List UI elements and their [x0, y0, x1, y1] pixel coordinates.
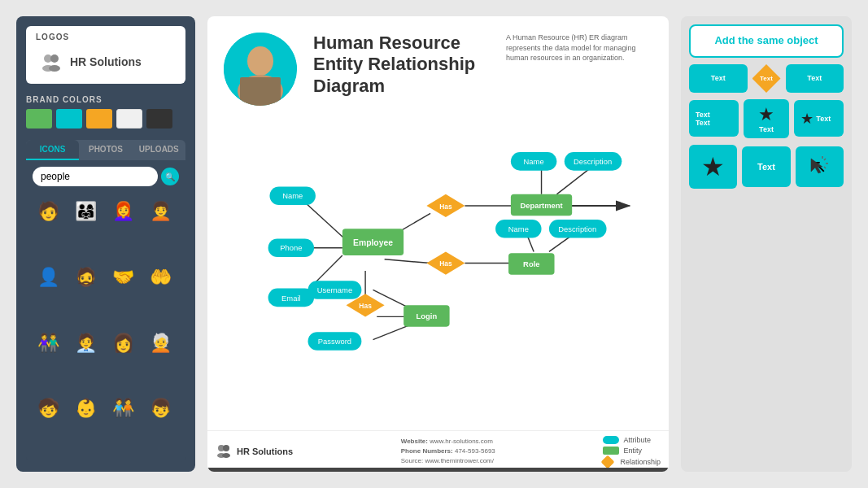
- icons-grid: 🧑 👨‍👩‍👧 👩‍🦰 🧑‍🦱 👤 🧔 🤝 🤲 👫 🧑‍💼 👩 🧑‍🦳 🧒 👶 …: [26, 193, 185, 462]
- svg-text:Department: Department: [520, 201, 563, 210]
- left-panel: LOGOS HR Solutions BRAND COLORS: [16, 16, 195, 472]
- diagram-footer: HR Solutions Website: www.hr-solutions.c…: [207, 430, 669, 472]
- svg-text:Name: Name: [524, 157, 544, 166]
- obj-diamond-label-1: Text: [760, 75, 773, 82]
- list-item[interactable]: 👫: [33, 328, 63, 359]
- search-button[interactable]: 🔍: [161, 168, 179, 185]
- phone-label: Phone Numbers:: [401, 447, 453, 455]
- obj-double-text-bottom: Text: [696, 119, 710, 127]
- swatch-white[interactable]: [116, 109, 142, 129]
- legend-attribute-label: Attribute: [623, 436, 651, 444]
- svg-text:Has: Has: [359, 302, 372, 310]
- svg-point-58: [223, 445, 229, 451]
- brand-colors-section: BRAND COLORS: [26, 92, 185, 132]
- footer-logo: HR Solutions: [216, 442, 293, 461]
- obj-cursor[interactable]: ↖: [796, 146, 844, 187]
- list-item[interactable]: 🧑‍💼: [70, 328, 101, 359]
- svg-text:Username: Username: [317, 285, 352, 294]
- tab-photos[interactable]: PHOTOS: [79, 140, 132, 160]
- footer-contact: Website: www.hr-solutions.com Phone Numb…: [401, 437, 495, 466]
- list-item[interactable]: 👩‍🦰: [107, 196, 138, 227]
- list-item[interactable]: 👤: [33, 262, 63, 293]
- obj-diamond-1[interactable]: Text: [752, 64, 781, 93]
- list-item[interactable]: 👶: [70, 393, 101, 424]
- website-value: www.hr-solutions.com: [430, 438, 493, 445]
- obj-star-teal[interactable]: ★ Text: [744, 99, 790, 138]
- svg-line-62: [824, 159, 826, 160]
- search-input[interactable]: [41, 171, 150, 182]
- obj-text-label-1: Text: [711, 74, 726, 82]
- search-row: 🔍: [26, 160, 185, 193]
- objects-row-3: ★ Text ↖: [689, 145, 844, 189]
- swatch-green[interactable]: [26, 109, 52, 129]
- svg-line-14: [556, 168, 591, 194]
- logos-section: LOGOS HR Solutions: [26, 26, 185, 84]
- list-item[interactable]: 👦: [145, 393, 176, 424]
- bottom-bar: [207, 468, 669, 472]
- legend-entity-label: Entity: [623, 447, 642, 455]
- list-item[interactable]: 🧒: [33, 393, 63, 424]
- legend-relationship-box: [601, 455, 615, 469]
- list-item[interactable]: 🧔: [70, 262, 101, 293]
- diagram-description: A Human Resource (HR) ER diagram represe…: [506, 33, 652, 63]
- legend-attribute-box: [603, 436, 619, 444]
- hr-logo-icon: [39, 50, 63, 74]
- svg-text:Name: Name: [508, 224, 529, 233]
- legend-relationship-label: Relationship: [620, 458, 661, 466]
- svg-line-23: [373, 325, 412, 340]
- header-photo: [224, 33, 297, 106]
- obj-text-1[interactable]: Text: [689, 64, 748, 93]
- list-item[interactable]: 🧑‍🦳: [145, 328, 176, 359]
- er-diagram: Employee Login Department Role Has: [224, 114, 652, 374]
- brand-colors-label: BRAND COLORS: [26, 95, 185, 104]
- list-item[interactable]: 🧑‍🦱: [145, 196, 176, 227]
- swatch-orange[interactable]: [86, 109, 112, 129]
- obj-double-text-top: Text: [696, 111, 710, 119]
- list-item[interactable]: 🤝: [107, 262, 138, 293]
- star-icon-large: ★: [758, 104, 774, 125]
- list-item[interactable]: 🧑: [33, 196, 63, 227]
- right-panel: Add the same object Text Text Text Text …: [681, 16, 852, 472]
- diagram-area: Human Resource Entity Relationship Diagr…: [207, 16, 669, 472]
- footer-company-name: HR Solutions: [237, 447, 293, 456]
- svg-point-60: [222, 453, 230, 458]
- obj-double-text[interactable]: Text Text: [689, 100, 739, 137]
- obj-star-text-label: Text: [816, 115, 831, 123]
- svg-text:Has: Has: [439, 259, 452, 268]
- icons-panel: ICONS PHOTOS UPLOADS 🔍 🧑 👨‍👩‍👧 👩‍🦰 🧑‍🦱 👤…: [26, 140, 185, 462]
- svg-text:Description: Description: [558, 224, 596, 233]
- svg-point-5: [247, 46, 273, 76]
- diagram-title: Human Resource Entity Relationship Diagr…: [313, 33, 490, 97]
- svg-rect-7: [240, 77, 281, 106]
- svg-text:Role: Role: [523, 259, 539, 268]
- obj-text-center[interactable]: Text: [742, 146, 790, 187]
- logo-row: HR Solutions: [36, 46, 176, 77]
- header-title-block: Human Resource Entity Relationship Diagr…: [313, 33, 490, 100]
- tab-uploads[interactable]: UPLOADS: [133, 140, 185, 160]
- list-item[interactable]: 👩: [107, 328, 138, 359]
- list-item[interactable]: 🤲: [145, 262, 176, 293]
- add-same-object-button[interactable]: Add the same object: [689, 24, 844, 58]
- website-label: Website:: [401, 438, 428, 445]
- tab-icons[interactable]: ICONS: [26, 140, 79, 160]
- legend-entity-box: [603, 447, 619, 455]
- obj-star-text[interactable]: ★ Text: [794, 100, 844, 137]
- legend-relationship: Relationship: [603, 457, 661, 467]
- swatch-teal[interactable]: [56, 109, 82, 129]
- diagram-header: Human Resource Entity Relationship Diagr…: [224, 33, 652, 106]
- list-item[interactable]: 🧑‍🤝‍🧑: [107, 393, 138, 424]
- svg-point-1: [50, 54, 59, 63]
- star-icon-big: ★: [701, 151, 725, 182]
- obj-big-star[interactable]: ★: [689, 145, 737, 189]
- swatch-dark[interactable]: [146, 109, 172, 129]
- svg-marker-61: [811, 159, 822, 173]
- svg-text:Password: Password: [318, 337, 351, 346]
- obj-text-2[interactable]: Text: [786, 64, 844, 93]
- objects-row-2: Text Text ★ Text ★ Text: [689, 99, 844, 138]
- phone-value: 474-593-5693: [455, 447, 495, 455]
- objects-row-1: Text Text Text: [689, 64, 844, 93]
- svg-text:Name: Name: [282, 191, 303, 200]
- logo-name: HR Solutions: [70, 55, 142, 68]
- list-item[interactable]: 👨‍👩‍👧: [70, 196, 101, 227]
- svg-point-3: [49, 65, 60, 72]
